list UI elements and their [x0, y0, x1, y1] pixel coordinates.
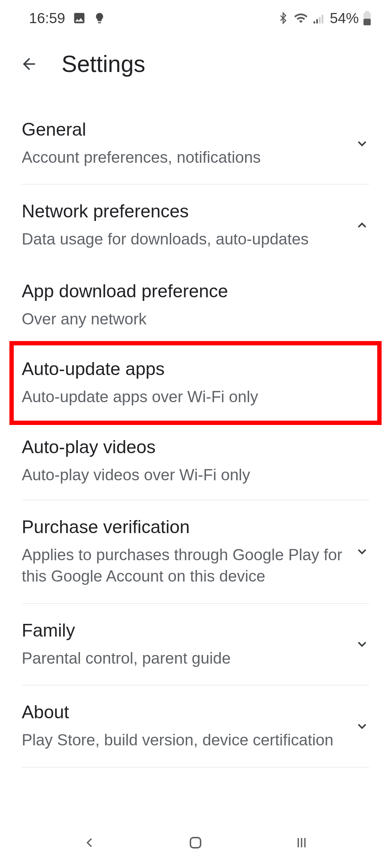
chevron-down-icon	[355, 719, 369, 733]
settings-item-content: Network preferences Data usage for downl…	[22, 201, 355, 250]
settings-item-general[interactable]: General Account preferences, notificatio…	[0, 103, 391, 184]
status-bar: 16:59 54%	[0, 0, 391, 36]
settings-item-subtitle: Auto-update apps over Wi-Fi only	[22, 386, 362, 407]
settings-item-subtitle: Account preferences, notifications	[22, 146, 348, 168]
settings-item-network[interactable]: Network preferences Data usage for downl…	[0, 184, 391, 266]
settings-item-subtitle: Auto-play videos over Wi-Fi only	[22, 464, 362, 485]
settings-item-subtitle: Data usage for downloads, auto-updates	[22, 228, 348, 250]
settings-item-title: Auto-update apps	[22, 358, 362, 379]
settings-item-family[interactable]: Family Parental control, parent guide	[0, 604, 391, 685]
battery-icon	[363, 11, 371, 25]
settings-item-auto-play[interactable]: Auto-play videos Auto-play videos over W…	[0, 422, 391, 500]
settings-item-auto-update[interactable]: Auto-update apps Auto-update apps over W…	[0, 344, 391, 422]
page-title: Settings	[62, 51, 145, 77]
svg-rect-1	[316, 19, 318, 24]
settings-list: General Account preferences, notificatio…	[0, 103, 391, 767]
settings-item-title: General	[22, 119, 348, 140]
settings-item-app-download[interactable]: App download preference Over any network	[0, 266, 391, 344]
nav-back-button[interactable]	[79, 832, 100, 854]
svg-rect-6	[363, 19, 371, 25]
divider	[22, 767, 369, 767]
settings-item-content: General Account preferences, notificatio…	[22, 119, 355, 168]
settings-item-subtitle: Applies to purchases through Google Play…	[22, 544, 348, 587]
settings-item-content: Auto-update apps Auto-update apps over W…	[22, 358, 369, 407]
app-header: Settings	[0, 36, 391, 103]
settings-item-content: Auto-play videos Auto-play videos over W…	[22, 437, 369, 485]
settings-item-subtitle: Over any network	[22, 308, 362, 329]
nav-recents-button[interactable]	[291, 832, 312, 854]
bluetooth-icon	[277, 12, 289, 24]
settings-item-title: About	[22, 702, 348, 723]
settings-item-title: Auto-play videos	[22, 437, 362, 458]
svg-rect-2	[319, 17, 321, 24]
settings-item-subtitle: Parental control, parent guide	[22, 647, 348, 669]
picture-icon	[72, 11, 86, 25]
lightbulb-icon	[93, 12, 106, 24]
wifi-icon	[294, 11, 308, 25]
settings-item-title: App download preference	[22, 281, 362, 302]
battery-percentage: 54%	[330, 10, 359, 26]
back-button[interactable]	[18, 53, 40, 75]
system-nav-bar	[0, 817, 391, 868]
settings-item-content: Family Parental control, parent guide	[22, 620, 355, 669]
status-left: 16:59	[29, 10, 106, 26]
svg-rect-0	[314, 21, 315, 24]
settings-item-purchase[interactable]: Purchase verification Applies to purchas…	[0, 500, 391, 603]
chevron-up-icon	[355, 218, 369, 233]
settings-item-content: About Play Store, build version, device …	[22, 702, 355, 750]
settings-item-title: Purchase verification	[22, 516, 348, 537]
settings-item-subtitle: Play Store, build version, device certif…	[22, 729, 348, 750]
chevron-down-icon	[355, 544, 369, 559]
settings-item-content: App download preference Over any network	[22, 281, 369, 329]
svg-rect-7	[190, 838, 201, 848]
chevron-down-icon	[355, 637, 369, 651]
chevron-down-icon	[355, 136, 369, 151]
svg-rect-3	[321, 15, 323, 24]
status-right: 54%	[277, 10, 371, 26]
nav-home-button[interactable]	[185, 832, 206, 854]
svg-rect-5	[365, 11, 369, 13]
status-time: 16:59	[29, 10, 65, 26]
settings-item-content: Purchase verification Applies to purchas…	[22, 516, 355, 587]
signal-icon	[312, 12, 325, 25]
settings-item-title: Network preferences	[22, 201, 348, 222]
settings-item-title: Family	[22, 620, 348, 641]
settings-item-about[interactable]: About Play Store, build version, device …	[0, 685, 391, 767]
